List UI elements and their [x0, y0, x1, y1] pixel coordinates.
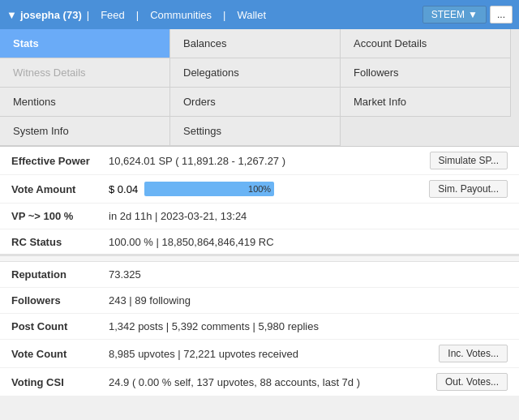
menu-item-stats[interactable]: Stats: [0, 29, 170, 58]
vote-amount-value: $ 0.04: [109, 183, 138, 195]
inc-votes-button[interactable]: Inc. Votes...: [439, 345, 508, 362]
communities-link[interactable]: Communities: [144, 9, 218, 21]
wallet-link[interactable]: Wallet: [230, 9, 272, 21]
vote-count-label: Vote Count: [11, 348, 109, 360]
out-votes-button[interactable]: Out. Votes...: [436, 373, 508, 391]
vote-bar-bg: 100%: [144, 182, 274, 196]
menu-grid: Stats Balances Account Details Witness D…: [0, 29, 519, 147]
vp-row: VP ~> 100 % in 2d 11h | 2023-03-21, 13:2…: [0, 204, 519, 229]
topbar-username-area[interactable]: ▼ josepha (73): [6, 9, 82, 21]
effective-power-value: 10,624.01 SP ( 11,891.28 - 1,267.27 ): [109, 155, 430, 167]
menu-item-balances[interactable]: Balances: [170, 29, 341, 58]
vote-count-value: 8,985 upvotes | 72,221 upvotes received: [109, 348, 439, 360]
reputation-row: Reputation 73.325: [0, 262, 519, 288]
section-divider: [0, 255, 519, 262]
vp-value: in 2d 11h | 2023-03-21, 13:24: [109, 210, 508, 222]
vp-label: VP ~> 100 %: [11, 210, 109, 222]
menu-item-followers[interactable]: Followers: [341, 58, 511, 88]
steem-button[interactable]: STEEM ▼: [422, 6, 487, 24]
stats-content: Effective Power 10,624.01 SP ( 11,891.28…: [0, 147, 519, 396]
menu-item-orders[interactable]: Orders: [170, 88, 341, 117]
username-label: josepha (73): [20, 9, 82, 21]
dropdown-arrow-icon: ▼: [6, 9, 17, 21]
sep2: |: [136, 9, 139, 21]
menu-item-mentions[interactable]: Mentions: [0, 88, 170, 117]
simulate-sp-button[interactable]: Simulate SP...: [430, 152, 508, 169]
sim-payout-button[interactable]: Sim. Payout...: [429, 180, 508, 198]
vote-amount-bar-area: $ 0.04 100%: [109, 182, 429, 196]
sep1: |: [87, 9, 89, 21]
menu-item-account-details[interactable]: Account Details: [341, 29, 511, 58]
feed-link[interactable]: Feed: [94, 9, 131, 21]
post-count-label: Post Count: [11, 320, 109, 332]
followers-label: Followers: [11, 294, 109, 306]
dots-button[interactable]: ...: [490, 6, 513, 24]
menu-item-delegations[interactable]: Delegations: [170, 58, 341, 88]
rc-value: 100.00 % | 18,850,864,846,419 RC: [109, 236, 508, 248]
vote-amount-label: Vote Amount: [11, 183, 109, 195]
topbar-right: STEEM ▼ ...: [422, 6, 513, 24]
menu-item-witness-details: Witness Details: [0, 58, 170, 88]
vote-count-row: Vote Count 8,985 upvotes | 72,221 upvote…: [0, 340, 519, 368]
topbar: ▼ josepha (73) | Feed | Communities | Wa…: [0, 0, 519, 29]
voting-csi-value: 24.9 ( 0.00 % self, 137 upvotes, 88 acco…: [109, 376, 436, 388]
followers-value: 243 | 89 following: [109, 294, 508, 306]
menu-item-market-info[interactable]: Market Info: [341, 88, 511, 117]
rc-row: RC Status 100.00 % | 18,850,864,846,419 …: [0, 229, 519, 255]
reputation-value: 73.325: [109, 268, 508, 281]
voting-csi-label: Voting CSI: [11, 376, 109, 388]
vote-amount-row: Vote Amount $ 0.04 100% Sim. Payout...: [0, 175, 519, 204]
voting-csi-row: Voting CSI 24.9 ( 0.00 % self, 137 upvot…: [0, 368, 519, 396]
menu-item-empty: [341, 117, 511, 146]
reputation-label: Reputation: [11, 268, 109, 281]
sep3: |: [223, 9, 225, 21]
menu-item-system-info[interactable]: System Info: [0, 117, 170, 146]
post-count-row: Post Count 1,342 posts | 5,392 comments …: [0, 314, 519, 340]
post-count-value: 1,342 posts | 5,392 comments | 5,980 rep…: [109, 320, 508, 332]
topbar-links: Feed | Communities | Wallet: [94, 9, 272, 21]
effective-power-label: Effective Power: [11, 155, 109, 167]
menu-item-settings[interactable]: Settings: [170, 117, 341, 146]
vote-pct-label: 100%: [248, 182, 271, 196]
effective-power-row: Effective Power 10,624.01 SP ( 11,891.28…: [0, 147, 519, 175]
rc-label: RC Status: [11, 236, 109, 248]
followers-row: Followers 243 | 89 following: [0, 288, 519, 314]
